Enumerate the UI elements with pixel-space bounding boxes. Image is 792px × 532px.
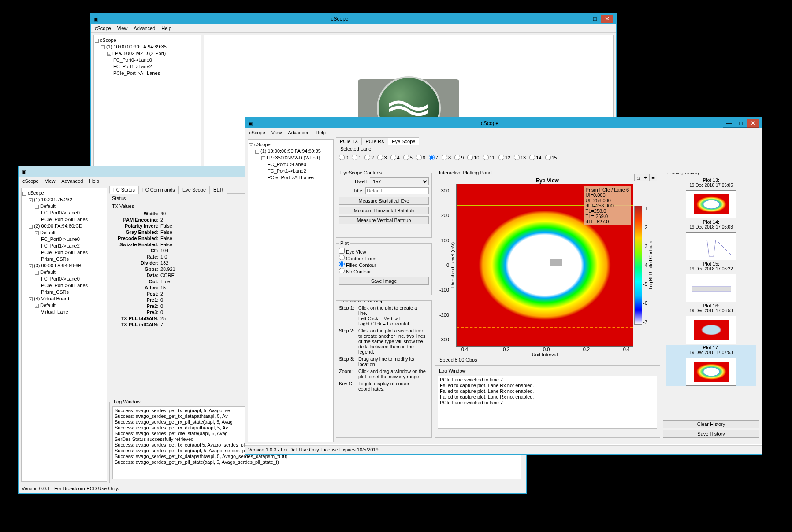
lane-option[interactable]: 2 — [364, 155, 374, 160]
lane-option[interactable]: 4 — [390, 155, 400, 160]
menu-view[interactable]: View — [271, 130, 282, 135]
measure-vertical-bathtub-button[interactable]: Measure Vertical Bathtub — [339, 216, 429, 224]
plot-thumbnail[interactable]: Plot 15:19 Dec 2018 17:06:22 — [666, 261, 756, 302]
titlebar[interactable]: ▣ cScope — □ ✕ — [91, 14, 616, 24]
lane-option[interactable]: 8 — [442, 155, 451, 160]
plot-thumbnail[interactable]: Plot 17:19 Dec 2018 17:07:53 — [666, 345, 756, 386]
tree-item[interactable]: -Default — [22, 269, 106, 276]
plot-thumbnail[interactable]: Plot 13:19 Dec 2018 17:05:05 — [666, 177, 756, 218]
plot-thumbnail[interactable]: Plot 14:19 Dec 2018 17:06:03 — [666, 219, 756, 260]
tree-item[interactable]: -(3) 00:00:FA:94:89:6B — [22, 262, 106, 269]
menu-help[interactable]: Help — [316, 130, 326, 135]
lane-option[interactable]: 9 — [454, 155, 464, 160]
menu-help[interactable]: Help — [161, 26, 171, 31]
lane-option[interactable]: 12 — [498, 155, 510, 160]
tree-item[interactable]: -(1) 10:00:00:90:FA:94:89:35 — [95, 44, 200, 50]
tree-item[interactable]: FC_Port1->Lane2 — [249, 168, 332, 174]
lane-option[interactable]: 6 — [416, 155, 425, 160]
dwell-select[interactable]: 1e7 — [370, 177, 429, 185]
lane-option[interactable]: 1 — [352, 155, 361, 160]
tree-item[interactable]: PCIe_Port->All Lanes — [22, 249, 106, 256]
tree-item[interactable]: FC_Port1->Lane2 — [95, 63, 200, 70]
tree-item[interactable]: Prism_CSRs — [22, 256, 106, 262]
menu-advanced[interactable]: Advanced — [134, 26, 155, 31]
save-image-button[interactable]: Save Image — [339, 277, 429, 285]
tree-item[interactable]: FC_Port1->Lane2 — [22, 243, 106, 249]
tree-item[interactable]: FC_Port0->Lane0 — [22, 210, 106, 216]
tree-item[interactable]: PCIe_Port->All Lanes — [249, 174, 332, 181]
lane-option[interactable]: 0 — [339, 155, 348, 160]
minimize-button[interactable]: — — [577, 15, 589, 23]
lane-option[interactable]: 15 — [545, 155, 557, 160]
eye-plot[interactable]: Prism PCIe / Lane 6UI=0.000UI=258.000dUI… — [456, 184, 633, 347]
tree-item[interactable]: -(2) 00:00:FA:94:80:CD — [22, 223, 106, 229]
tree-item[interactable]: -Default — [22, 203, 106, 210]
tree-item[interactable]: FC_Port0->Lane0 — [22, 276, 106, 282]
tab[interactable]: FC Commands — [138, 186, 179, 194]
plot-crosshair-icon[interactable]: + — [642, 174, 650, 181]
tree-item[interactable]: FC_Port0->Lane0 — [249, 161, 332, 168]
tab[interactable]: Eye Scope — [388, 137, 419, 145]
plot-option[interactable]: Eye View — [339, 249, 366, 255]
tree-item[interactable]: Prism_CSRs — [22, 289, 106, 296]
lane-option[interactable]: 5 — [403, 155, 413, 160]
tab[interactable]: FC Status — [109, 186, 139, 194]
tree-item[interactable]: FC_Port0->Lane0 — [22, 236, 106, 243]
tab[interactable]: Eye Scope — [178, 186, 210, 194]
tree-item[interactable]: -Default — [22, 302, 106, 309]
tree-item[interactable]: -(1) 10:00:00:90:FA:94:89:35 — [249, 148, 332, 155]
tree-item[interactable]: PCIe_Port->All Lanes — [22, 282, 106, 289]
tab[interactable]: PCIe TX — [336, 137, 362, 145]
tree-item[interactable]: -LPe35002-M2-D (2-Port) — [249, 155, 332, 161]
lane-option[interactable]: 14 — [529, 155, 541, 160]
lane-option[interactable]: 7 — [429, 155, 438, 160]
menu-cscope[interactable]: cScope — [95, 26, 111, 31]
plot-thumbnail[interactable]: Plot 16:19 Dec 2018 17:06:53 — [666, 303, 756, 344]
tree-item[interactable]: -(1) 10.231.75.232 — [22, 196, 106, 203]
close-button[interactable]: ✕ — [747, 119, 759, 128]
title-input[interactable] — [365, 187, 429, 194]
tree-item[interactable]: -cScope — [22, 190, 106, 196]
plot-history-list[interactable]: Plot 13:19 Dec 2018 17:05:05Plot 14:19 D… — [666, 177, 756, 386]
plot-option[interactable]: Filled Contour — [339, 262, 376, 268]
menu-advanced[interactable]: Advanced — [288, 130, 309, 135]
lane-option[interactable]: 13 — [514, 155, 526, 160]
tab[interactable]: BER — [209, 186, 227, 194]
tree-item[interactable]: PCIe_Port->All Lanes — [95, 70, 200, 77]
tree-item[interactable]: FC_Port0->Lane0 — [95, 57, 200, 63]
plot-option[interactable]: No Contour — [339, 269, 371, 274]
tx-val: 0 — [160, 303, 163, 309]
lane-option[interactable]: 10 — [467, 155, 479, 160]
lane-option[interactable]: 11 — [483, 155, 495, 160]
menu-view[interactable]: View — [117, 26, 128, 31]
tree-item[interactable]: -(4) Virtual Board — [22, 296, 106, 302]
maximize-button[interactable]: □ — [589, 15, 601, 23]
clear-history-button[interactable]: Clear History — [663, 420, 759, 428]
tab[interactable]: PCIe RX — [361, 137, 388, 145]
maximize-button[interactable]: □ — [735, 119, 747, 128]
tree-item[interactable]: -cScope — [95, 37, 200, 44]
menu-advanced[interactable]: Advanced — [61, 178, 83, 184]
lane-option[interactable]: 3 — [377, 155, 387, 160]
plot-config-icon[interactable]: ≡ — [649, 174, 657, 181]
close-button[interactable]: ✕ — [601, 15, 613, 23]
plot-home-icon[interactable]: ⌂ — [634, 174, 642, 181]
menu-help[interactable]: Help — [89, 178, 99, 184]
minimize-button[interactable]: — — [723, 119, 735, 128]
titlebar[interactable]: ▣ cScope — □ ✕ — [245, 118, 762, 128]
measure-statistical-eye-button[interactable]: Measure Statistical Eye — [339, 197, 429, 205]
menu-view[interactable]: View — [45, 178, 56, 184]
tree-item[interactable]: -LPe35002-M2-D (2-Port) — [95, 50, 200, 57]
menu-cscope[interactable]: cScope — [22, 178, 39, 184]
tree-item[interactable]: Virtual_Lane — [22, 309, 106, 315]
tree-item[interactable]: PCIe_Port->All Lanes — [22, 216, 106, 223]
plot-option[interactable]: Contour Lines — [339, 256, 376, 261]
save-history-button[interactable]: Save History — [663, 430, 759, 438]
tree-item[interactable]: -Default — [22, 229, 106, 236]
measure-horizontal-bathtub-button[interactable]: Measure Horizontal Bathtub — [339, 207, 429, 214]
menu-cscope[interactable]: cScope — [249, 130, 265, 135]
tree-item[interactable]: -cScope — [249, 141, 332, 148]
device-tree[interactable]: -cScope-(1) 10:00:00:90:FA:94:89:35-LPe3… — [248, 139, 334, 442]
log-window[interactable]: PCIe Lane switched to lane 7Failed to ca… — [438, 376, 657, 429]
device-tree[interactable]: -cScope-(1) 10.231.75.232-DefaultFC_Port… — [21, 188, 107, 482]
